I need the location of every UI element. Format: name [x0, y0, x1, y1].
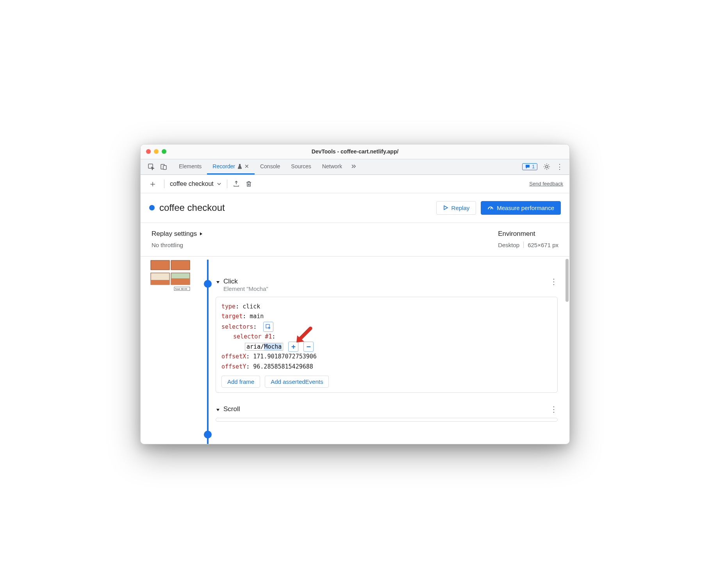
selector-prefix: aria/: [246, 343, 264, 350]
environment-viewport: 625×671 px: [528, 242, 558, 248]
new-recording-button[interactable]: ＋: [147, 178, 159, 190]
export-button[interactable]: [233, 180, 240, 187]
chevron-down-icon: [217, 182, 221, 186]
prop-key: offsetY: [221, 363, 246, 370]
chat-icon: [525, 164, 530, 169]
prop-key: target: [221, 313, 243, 320]
prop-key: offsetX: [221, 353, 246, 360]
play-icon: [443, 205, 448, 210]
chevron-down-icon[interactable]: [216, 280, 220, 285]
gauge-icon: [487, 205, 494, 211]
selector-value: Mocha: [264, 343, 282, 350]
svg-rect-5: [151, 260, 169, 270]
step-menu-button[interactable]: ⋮: [550, 278, 558, 285]
add-asserted-events-button[interactable]: Add assertedEvents: [265, 376, 329, 388]
replay-settings-toggle[interactable]: Replay settings: [152, 230, 203, 238]
settings-row: Replay settings No throttling Environmen…: [141, 223, 569, 257]
send-feedback-link[interactable]: Send feedback: [529, 181, 563, 187]
recorder-toolbar: ＋ coffee checkout Send feedback: [141, 175, 569, 193]
svg-rect-10: [171, 278, 190, 285]
more-tabs-button[interactable]: [348, 159, 360, 175]
replay-button[interactable]: Replay: [436, 201, 476, 215]
svg-rect-6: [171, 260, 190, 270]
step-details-card: [216, 418, 558, 422]
replay-settings-label: Replay settings: [152, 230, 197, 238]
window-titlebar: DevTools - coffee-cart.netlify.app/: [141, 144, 569, 159]
step-subtitle: Element "Mocha": [223, 285, 268, 292]
throttling-value: No throttling: [152, 242, 203, 248]
tab-recorder[interactable]: Recorder ✕: [207, 159, 255, 175]
flask-icon: [237, 164, 242, 169]
prop-value: click: [243, 303, 260, 310]
divider: [227, 180, 227, 188]
divider: [164, 180, 164, 188]
recording-select-label: coffee checkout: [170, 180, 214, 187]
settings-icon[interactable]: [543, 163, 551, 171]
recording-select[interactable]: coffee checkout: [170, 180, 221, 187]
element-picker-button[interactable]: [263, 322, 273, 332]
prop-value: main: [250, 313, 264, 320]
replay-label: Replay: [451, 205, 470, 211]
tab-network[interactable]: Network: [317, 159, 348, 175]
tab-recorder-label: Recorder: [212, 163, 235, 169]
scrollbar-thumb[interactable]: [566, 259, 569, 302]
device-toolbar-icon[interactable]: [160, 163, 167, 170]
recording-header: coffee checkout Replay Measure performan…: [141, 193, 569, 223]
timeline: Total: $0.00 Click Element "Mocha": [141, 257, 569, 444]
tab-sources[interactable]: Sources: [285, 159, 316, 175]
step-details-card: type: click target: main selectors: sele…: [216, 297, 558, 393]
timeline-step-dot[interactable]: [204, 280, 212, 288]
environment-device: Desktop: [498, 242, 519, 248]
chevron-down-icon[interactable]: [216, 408, 220, 412]
chevron-right-icon: [199, 232, 203, 236]
issues-count: 1: [532, 164, 535, 169]
inspect-element-icon[interactable]: [148, 163, 155, 170]
prop-value: 171.90187072753906: [253, 353, 317, 360]
prop-key: type: [221, 303, 235, 310]
chevron-double-right-icon: [351, 163, 357, 169]
export-icon: [233, 180, 240, 187]
measure-performance-button[interactable]: Measure performance: [481, 201, 561, 215]
devtools-tabbar: Elements Recorder ✕ Console Sources Netw…: [141, 159, 569, 175]
divider: [523, 242, 524, 248]
measure-label: Measure performance: [497, 205, 554, 211]
selector-input[interactable]: aria/Mocha: [245, 343, 283, 351]
window-title: DevTools - coffee-cart.netlify.app/: [141, 148, 569, 155]
recording-title: coffee checkout: [159, 202, 225, 213]
environment-label: Environment: [498, 230, 558, 238]
add-frame-button[interactable]: Add frame: [221, 376, 260, 388]
tab-console[interactable]: Console: [255, 159, 285, 175]
kebab-menu-icon[interactable]: ⋮: [556, 162, 563, 171]
tab-elements[interactable]: Elements: [173, 159, 207, 175]
delete-button[interactable]: [245, 180, 252, 187]
prop-key: selectors: [221, 323, 253, 330]
step-screenshot: Total: $0.00: [149, 260, 192, 291]
selector-label: selector #1: [233, 333, 272, 340]
gear-icon: [543, 163, 551, 171]
scrollbar[interactable]: [566, 259, 569, 442]
step-title: Scroll: [223, 405, 240, 413]
svg-rect-8: [151, 280, 169, 285]
recording-status-dot: [149, 205, 155, 210]
timeline-step-dot[interactable]: [204, 431, 212, 438]
issues-counter[interactable]: 1: [522, 163, 537, 170]
remove-selector-button[interactable]: −: [303, 342, 314, 352]
svg-point-3: [546, 166, 548, 168]
svg-rect-2: [163, 166, 166, 169]
step-title: Click: [223, 278, 268, 285]
close-tab-icon[interactable]: ✕: [244, 163, 249, 169]
step-menu-button[interactable]: ⋮: [550, 405, 558, 413]
add-selector-button[interactable]: +: [288, 342, 298, 352]
svg-text:Total: $0.00: Total: $0.00: [175, 288, 187, 290]
prop-value: 96.28585815429688: [253, 363, 313, 370]
trash-icon: [245, 180, 252, 187]
